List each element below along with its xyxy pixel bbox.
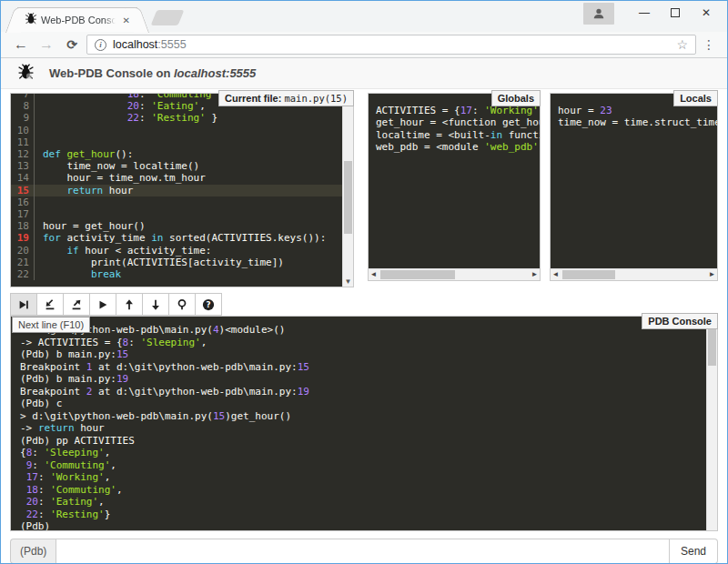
code-line: 18hour = get_hour() xyxy=(11,220,342,232)
line-number: 16 xyxy=(11,196,35,208)
output-line: get_hour = <function get_hour at 0 xyxy=(376,116,540,128)
output-line: 17: 'Working', xyxy=(20,471,706,484)
back-icon[interactable]: ← xyxy=(10,36,32,53)
code-line: 9 22: 'Resting' } xyxy=(11,112,342,124)
globals-scroll-thumb[interactable] xyxy=(380,270,455,279)
locals-scroll-thumb[interactable] xyxy=(562,270,615,279)
new-tab-button[interactable] xyxy=(151,10,185,25)
panels-row: Current file: main.py(15) 7 18: 'Commuti… xyxy=(1,89,727,287)
code-line: 21 print(ACTIVITIES[activity_time]) xyxy=(11,257,342,268)
code-vertical-scrollbar[interactable]: ▼ xyxy=(342,94,353,287)
line-number: 10 xyxy=(11,125,35,136)
tab-favicon-bug-icon xyxy=(25,12,37,28)
output-line: > d:\git\python-web-pdb\main.py(4)<modul… xyxy=(20,324,706,337)
output-line: -> ACTIVITIES = {8: 'Sleeping', xyxy=(20,337,706,349)
browser-window: Web-PDB Console on lo ✕ — ✕ ← → ⟳ i loca… xyxy=(0,0,728,564)
pdb-prompt-label: (Pdb) xyxy=(10,539,56,563)
minimize-button[interactable]: — xyxy=(629,1,660,25)
output-line: time_now = time.struct_time(tm_yea xyxy=(558,116,717,128)
tab-title: Web-PDB Console on lo xyxy=(41,15,116,25)
output-line: 22: 'Resting'} xyxy=(20,509,706,521)
output-line: -> return hour xyxy=(20,422,706,435)
send-button[interactable]: Send xyxy=(670,539,718,563)
line-number-breakpoint: 15 xyxy=(11,185,35,196)
output-line: {8: 'Sleeping', xyxy=(20,447,706,459)
page-title: Web-PDB Console on localhost:5555 xyxy=(49,66,256,80)
web-pdb-page: Web-PDB Console on localhost:5555 Curren… xyxy=(1,58,727,563)
output-line: (Pdb) b main.py:19 xyxy=(20,373,706,386)
bookmark-star-icon[interactable]: ☆ xyxy=(676,37,688,52)
output-line: (Pdb) pp ACTIVITIES xyxy=(20,435,706,448)
code-line: 17 xyxy=(11,208,342,220)
browser-tab[interactable]: Web-PDB Console on lo ✕ xyxy=(17,7,137,32)
locals-scroll-right-arrow[interactable]: ► xyxy=(707,269,717,280)
code-line: 19for activity_time in sorted(ACTIVITIES… xyxy=(11,232,342,244)
current-file-panel: Current file: main.py(15) 7 18: 'Commuti… xyxy=(10,93,354,287)
code-scroll-down-arrow[interactable]: ▼ xyxy=(343,277,353,287)
window-controls: — ✕ xyxy=(583,1,722,28)
code-scroll-thumb[interactable] xyxy=(344,161,352,234)
output-line: (Pdb) b main.py:15 xyxy=(20,348,706,361)
output-line: (Pdb) c xyxy=(20,398,706,410)
stack-down-button[interactable] xyxy=(142,293,169,316)
browser-address-bar: ← → ⟳ i localhost:5555 ☆ ⋮ xyxy=(1,32,727,58)
next-line-tooltip: Next line (F10) xyxy=(12,317,90,333)
line-number: 9 xyxy=(11,112,35,124)
page-info-icon[interactable]: i xyxy=(95,39,106,51)
where-button[interactable] xyxy=(168,293,196,316)
output-line: 9: 'Commuting', xyxy=(20,459,706,472)
line-number: 7 xyxy=(11,94,35,100)
globals-scroll-left-arrow[interactable]: ◄ xyxy=(369,269,379,280)
maximize-button[interactable] xyxy=(660,1,691,25)
line-number: 11 xyxy=(11,136,35,148)
step-out-button[interactable] xyxy=(63,293,90,316)
forward-icon[interactable]: → xyxy=(35,36,57,53)
line-number-breakpoint: 19 xyxy=(11,232,35,244)
globals-badge: Globals xyxy=(491,90,541,106)
command-input[interactable] xyxy=(56,539,670,563)
locals-panel: Locals hour = 23time_now = time.struct_t… xyxy=(550,93,718,281)
browser-menu-icon[interactable]: ⋮ xyxy=(700,37,718,52)
line-number: 13 xyxy=(11,160,35,172)
profile-button[interactable] xyxy=(583,3,614,25)
browser-titlebar: Web-PDB Console on lo ✕ — ✕ xyxy=(1,1,727,32)
console-vertical-scrollbar[interactable] xyxy=(706,317,717,530)
stack-up-button[interactable] xyxy=(116,293,143,316)
code-line: 14 hour = time_now.tm_hour xyxy=(11,172,342,184)
output-line: Breakpoint 2 at d:\git\python-web-pdb\ma… xyxy=(20,386,706,398)
line-number: 21 xyxy=(11,257,35,268)
next-line-button[interactable] xyxy=(10,293,37,316)
continue-button[interactable] xyxy=(89,293,116,316)
step-into-button[interactable] xyxy=(36,293,64,316)
debug-toolbar: ? Next line (F10) xyxy=(10,293,727,316)
url-input[interactable]: i localhost:5555 ☆ xyxy=(86,35,696,55)
code-line: 16 xyxy=(11,196,342,208)
svg-text:?: ? xyxy=(206,300,210,309)
help-button[interactable]: ? xyxy=(195,293,222,316)
output-line: localtime = <built-in function loc xyxy=(376,129,540,141)
tab-close-icon[interactable]: ✕ xyxy=(119,14,134,27)
output-line: 20: 'Eating', xyxy=(20,496,706,509)
code-line: 22 break xyxy=(11,268,342,280)
code-line: 11 xyxy=(11,136,342,148)
close-button[interactable]: ✕ xyxy=(691,1,722,25)
code-line: 15 return hour xyxy=(11,185,342,196)
url-text: localhost:5555 xyxy=(113,38,670,51)
output-line: ACTIVITIES = {17: 'Working', 18: ' xyxy=(376,105,540,116)
locals-list: hour = 23time_now = time.struct_time(tm_… xyxy=(551,94,717,268)
output-line: > d:\git\python-web-pdb\main.py(15)get_h… xyxy=(20,410,706,423)
locals-horizontal-scrollbar[interactable]: ◄ ► xyxy=(551,268,717,280)
reload-icon[interactable]: ⟳ xyxy=(61,37,83,52)
code-line: 12def get_hour(): xyxy=(11,148,342,160)
globals-horizontal-scrollbar[interactable]: ◄ ► xyxy=(369,268,540,280)
line-number: 18 xyxy=(11,220,35,232)
code-line: 20 if hour < activity_time: xyxy=(11,245,342,257)
line-number: 22 xyxy=(11,268,35,280)
line-number: 12 xyxy=(11,148,35,160)
line-number: 8 xyxy=(11,100,35,112)
output-line: (Pdb) xyxy=(20,520,706,530)
locals-scroll-left-arrow[interactable]: ◄ xyxy=(551,269,561,280)
line-number: 17 xyxy=(11,208,35,220)
code-editor: 7 18: 'Commuting',8 20: 'Eating',9 22: '… xyxy=(11,94,342,287)
globals-scroll-right-arrow[interactable]: ► xyxy=(530,269,540,280)
